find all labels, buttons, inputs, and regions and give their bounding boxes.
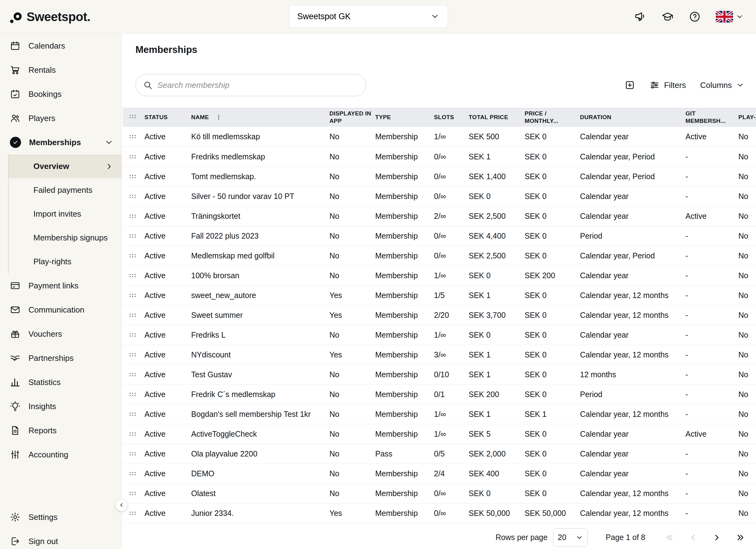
- row-drag-handle-icon[interactable]: [123, 206, 144, 226]
- table-row[interactable]: Active Bogdan's sell membership Test 1kr…: [123, 404, 756, 424]
- sidebar-subitem-import-invites[interactable]: Import invites: [9, 202, 122, 226]
- col-header-type[interactable]: TYPE: [375, 108, 434, 127]
- table-row[interactable]: Active Silver - 50 rundor varav 10 PT No…: [123, 186, 756, 206]
- row-drag-handle-icon[interactable]: [123, 265, 144, 285]
- col-header-git-membership[interactable]: GIT MEMBERSH...: [685, 108, 738, 127]
- cell-name[interactable]: 100% brorsan: [191, 265, 329, 285]
- sidebar-item-statistics[interactable]: Statistics: [0, 370, 122, 394]
- table-row[interactable]: Active Junior 2334. Yes Membership 0/∞ S…: [123, 503, 756, 523]
- table-row[interactable]: Active Sweet summer Yes Membership 2/20 …: [123, 305, 756, 325]
- row-drag-handle-icon[interactable]: [123, 285, 144, 305]
- table-row[interactable]: Active Tomt medlemskap. No Membership 0/…: [123, 166, 756, 186]
- table-row[interactable]: Active Fredriks medlemskap No Membership…: [123, 147, 756, 166]
- cell-name[interactable]: Fredriks L: [191, 325, 329, 345]
- club-selector-dropdown[interactable]: Sweetspot GK: [289, 5, 448, 28]
- col-header-name[interactable]: NAME: [191, 108, 329, 127]
- table-row[interactable]: Active Fredrik C´s medlemskap No Members…: [123, 384, 756, 404]
- collapse-sidebar-button[interactable]: [115, 499, 128, 511]
- row-drag-handle-icon[interactable]: [123, 226, 144, 246]
- col-header-duration[interactable]: DURATION: [580, 108, 685, 127]
- col-header-play-right[interactable]: PLAY-RIGHT...: [738, 108, 756, 127]
- cell-name[interactable]: ActiveToggleCheck: [191, 424, 329, 444]
- help-icon[interactable]: [689, 11, 701, 23]
- rows-per-page-select[interactable]: 20: [553, 528, 588, 547]
- col-header-status[interactable]: STATUS: [144, 108, 191, 127]
- cell-name[interactable]: NYdiscount: [191, 345, 329, 365]
- cell-name[interactable]: sweet_new_autore: [191, 285, 329, 305]
- first-page-icon[interactable]: [665, 533, 674, 542]
- cell-name[interactable]: Medlemskap med golfbil: [191, 246, 329, 265]
- row-drag-handle-icon[interactable]: [123, 305, 144, 325]
- cell-name[interactable]: Junior 2334.: [191, 503, 329, 523]
- cell-name[interactable]: DEMO: [191, 464, 329, 483]
- search-input[interactable]: [157, 80, 363, 90]
- table-row[interactable]: Active Träningskortet No Membership 2/∞ …: [123, 206, 756, 226]
- row-drag-handle-icon[interactable]: [123, 166, 144, 186]
- cell-name[interactable]: Ola playvalue 2200: [191, 444, 329, 464]
- row-drag-handle-icon[interactable]: [123, 246, 144, 265]
- table-row[interactable]: Active Fall 2022 plus 2023 No Membership…: [123, 226, 756, 246]
- add-membership-button[interactable]: [625, 80, 635, 90]
- col-header-total-price[interactable]: TOTAL PRICE: [469, 108, 525, 127]
- table-row[interactable]: Active Kö till medlemsskap No Membership…: [123, 127, 756, 147]
- table-row[interactable]: Active Ola playvalue 2200 No Pass 0/5 SE…: [123, 444, 756, 464]
- table-row[interactable]: Active DEMO No Membership 2/4 SEK 400 SE…: [123, 464, 756, 483]
- col-header-slots[interactable]: SLOTS: [434, 108, 469, 127]
- row-drag-handle-icon[interactable]: [123, 345, 144, 365]
- graduation-cap-icon[interactable]: [661, 11, 674, 23]
- table-row[interactable]: Active 100% brorsan No Membership 1/∞ SE…: [123, 265, 756, 285]
- sidebar-subitem-failed-payments[interactable]: Failed payments: [9, 178, 122, 202]
- row-drag-handle-icon[interactable]: [123, 464, 144, 483]
- table-row[interactable]: Active Test Gustav No Membership 0/10 SE…: [123, 365, 756, 384]
- row-drag-handle-icon[interactable]: [123, 186, 144, 206]
- col-header-price-monthly[interactable]: PRICE / MONTHLY...: [525, 108, 580, 127]
- megaphone-icon[interactable]: [634, 11, 646, 23]
- last-page-icon[interactable]: [736, 533, 745, 542]
- row-drag-handle-icon[interactable]: [123, 483, 144, 503]
- row-drag-handle-icon[interactable]: [123, 384, 144, 404]
- cell-name[interactable]: Bogdan's sell membership Test 1kr: [191, 404, 329, 424]
- sidebar-item-payment-links[interactable]: Payment links: [0, 273, 122, 298]
- column-menu-icon[interactable]: [216, 114, 222, 120]
- sidebar-item-insights[interactable]: Insights: [0, 394, 122, 418]
- sidebar-item-bookings[interactable]: Bookings: [0, 82, 122, 106]
- row-drag-handle-icon[interactable]: [123, 127, 144, 147]
- cell-name[interactable]: Fall 2022 plus 2023: [191, 226, 329, 246]
- sidebar-item-memberships[interactable]: Memberships: [0, 130, 122, 154]
- table-row[interactable]: Active Olatest No Membership 0/∞ SEK 0 S…: [123, 483, 756, 503]
- sidebar-item-communication[interactable]: Communication: [0, 298, 122, 322]
- table-row[interactable]: Active NYdiscount Yes Membership 3/∞ SEK…: [123, 345, 756, 365]
- sidebar-item-reports[interactable]: Reports: [0, 418, 122, 443]
- row-drag-handle-icon[interactable]: [123, 424, 144, 444]
- cell-name[interactable]: Sweet summer: [191, 305, 329, 325]
- row-drag-handle-icon[interactable]: [123, 404, 144, 424]
- next-page-icon[interactable]: [712, 533, 721, 542]
- sidebar-item-calendars[interactable]: Calendars: [0, 34, 122, 58]
- row-drag-handle-icon[interactable]: [123, 147, 144, 166]
- sidebar-item-partnerships[interactable]: Partnerships: [0, 346, 122, 370]
- previous-page-icon[interactable]: [689, 533, 698, 542]
- cell-name[interactable]: Test Gustav: [191, 365, 329, 384]
- sidebar-item-vouchers[interactable]: Vouchers: [0, 322, 122, 346]
- cell-name[interactable]: Träningskortet: [191, 206, 329, 226]
- cell-name[interactable]: Fredrik C´s medlemskap: [191, 384, 329, 404]
- sidebar-subitem-play-rights[interactable]: Play-rights: [9, 250, 122, 273]
- table-row[interactable]: Active Medlemskap med golfbil No Members…: [123, 246, 756, 265]
- cell-name[interactable]: Olatest: [191, 483, 329, 503]
- columns-button[interactable]: Columns: [700, 80, 744, 90]
- cell-name[interactable]: Silver - 50 rundor varav 10 PT: [191, 186, 329, 206]
- sidebar-item-rentals[interactable]: Rentals: [0, 58, 122, 82]
- row-drag-handle-icon[interactable]: [123, 325, 144, 345]
- sidebar-item-accounting[interactable]: Accounting: [0, 443, 122, 467]
- table-row[interactable]: Active ActiveToggleCheck No Membership 1…: [123, 424, 756, 444]
- sidebar-item-sign-out[interactable]: Sign out: [0, 529, 122, 549]
- table-row[interactable]: Active Fredriks L No Membership 1/∞ SEK …: [123, 325, 756, 345]
- sidebar-item-players[interactable]: Players: [0, 106, 122, 130]
- cell-name[interactable]: Kö till medlemsskap: [191, 127, 329, 147]
- language-selector[interactable]: [716, 11, 744, 23]
- cell-name[interactable]: Tomt medlemskap.: [191, 166, 329, 186]
- col-header-displayed-in-app[interactable]: DISPLAYED IN APP: [329, 108, 375, 127]
- table-row[interactable]: Active sweet_new_autore Yes Membership 1…: [123, 285, 756, 305]
- sidebar-subitem-membership-signups[interactable]: Membership signups: [9, 226, 122, 250]
- filters-button[interactable]: Filters: [649, 80, 686, 90]
